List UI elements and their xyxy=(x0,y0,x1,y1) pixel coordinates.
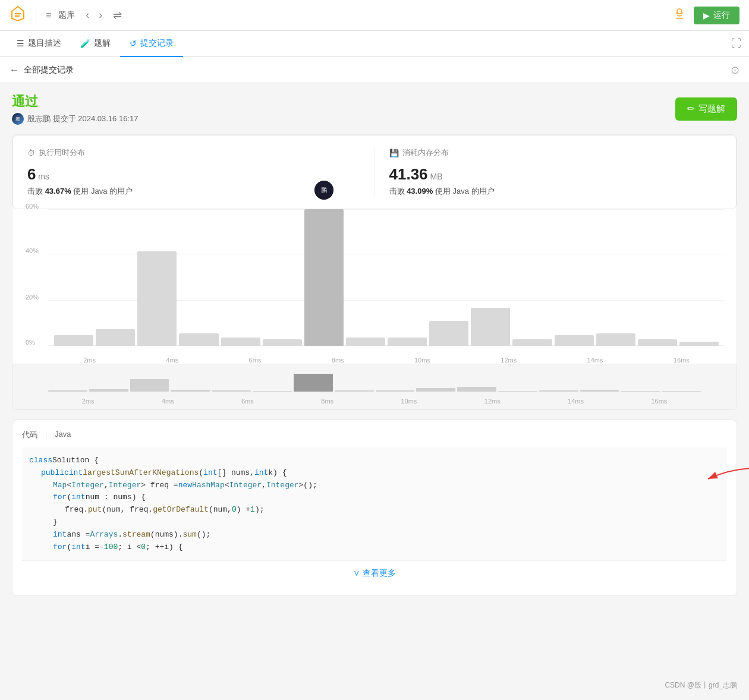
watermark: CSDN @殷丨grd_志鹏 xyxy=(665,680,737,690)
mini-chart xyxy=(12,364,737,396)
bar-12 xyxy=(555,335,594,346)
tab-bar: ☰ 题目描述 🧪 题解 ↺ 提交记录 ⛶ xyxy=(0,31,749,57)
tab-description[interactable]: ☰ 题目描述 xyxy=(7,31,71,57)
run-button[interactable]: ▶ 运行 xyxy=(694,7,739,24)
svg-point-2 xyxy=(681,12,683,14)
time-title: ⏱ 执行用时分布 xyxy=(27,147,360,158)
x-label-4: 10ms xyxy=(414,357,430,364)
time-value: 6 xyxy=(27,165,36,183)
mem-beat-text: 击败 43.09% 使用 Java 的用户 xyxy=(389,186,722,197)
mini-x-label-5: 12ms xyxy=(484,398,501,405)
mini-bar-10 xyxy=(457,387,496,392)
stats-row: ⏱ 执行用时分布 6 ms 击败 43.67% 使用 Java 的用户 💾 消耗… xyxy=(12,135,737,209)
bar-4 xyxy=(221,338,260,346)
memory-stats: 💾 消耗内存分布 41.36 MB 击败 43.09% 使用 Java 的用户 xyxy=(375,147,722,197)
mini-bar-7 xyxy=(335,390,374,392)
mini-x-label-2: 6ms xyxy=(241,398,254,405)
fullscreen-button[interactable]: ⛶ xyxy=(731,37,742,50)
bar-13 xyxy=(596,333,635,346)
bar-10 xyxy=(471,308,510,346)
mini-bar-6 xyxy=(294,374,333,392)
bar-15 xyxy=(679,342,719,346)
tab-submissions[interactable]: ↺ 提交记录 xyxy=(120,31,183,57)
bar-6: 鹏 xyxy=(304,209,344,346)
mini-bar-2 xyxy=(130,379,169,392)
code-block: class Solution { public int largestSumAf… xyxy=(22,447,727,560)
time-beat-text: 击败 43.67% 使用 Java 的用户 xyxy=(27,186,360,197)
bar-9 xyxy=(429,321,468,346)
bars-container: 鹏 xyxy=(48,209,725,346)
mem-value: 41.36 xyxy=(389,165,428,183)
mini-bar-12 xyxy=(539,390,578,392)
code-section: 代码 ｜ Java class Solution { public int la… xyxy=(12,420,737,596)
mini-bar-1 xyxy=(89,389,128,392)
mini-bar-8 xyxy=(376,390,415,392)
show-more-button[interactable]: ∨ 查看更多 xyxy=(22,560,727,586)
submission-info: 通过 鹏 殷志鹏 提交于 2024.03.16 16:17 xyxy=(12,93,138,125)
logo-icon[interactable] xyxy=(10,5,26,26)
chart-area: 60% 40% 20% 0% 鹏 2ms4ms6ms8ms10ms12ms14m… xyxy=(24,209,725,364)
mini-bar-11 xyxy=(498,391,537,392)
mem-unit: MB xyxy=(430,172,442,181)
next-problem-button[interactable]: › xyxy=(95,8,106,23)
write-solution-button[interactable]: ✏ 写题解 xyxy=(675,97,737,121)
svg-point-1 xyxy=(676,12,678,14)
lang-sep: ｜ xyxy=(42,430,50,440)
tab-solution[interactable]: 🧪 题解 xyxy=(71,31,120,57)
submission-header: 通过 鹏 殷志鹏 提交于 2024.03.16 16:17 ✏ 写题解 xyxy=(12,93,737,125)
mini-x-label-4: 10ms xyxy=(401,398,417,405)
bar-avatar: 鹏 xyxy=(313,179,335,201)
mem-icon: 💾 xyxy=(389,149,399,157)
code-line-1: class Solution { xyxy=(29,455,720,467)
shuffle-icon[interactable]: ⇌ xyxy=(113,9,122,22)
bar-3 xyxy=(179,333,218,346)
mini-x-label-6: 14ms xyxy=(568,398,584,405)
x-label-3: 8ms xyxy=(332,357,344,364)
mini-x-label-3: 8ms xyxy=(321,398,333,405)
x-label-6: 14ms xyxy=(587,357,603,364)
mini-bar-13 xyxy=(580,390,619,392)
time-unit: ms xyxy=(38,172,49,181)
code-line-2: public int largestSumAfterKNegations ( i… xyxy=(29,467,720,480)
bar-11 xyxy=(512,339,552,346)
nav-divider-1 xyxy=(36,8,36,23)
breadcrumb-label: 全部提交记录 xyxy=(24,65,74,75)
back-arrow-icon[interactable]: ← xyxy=(10,65,19,75)
avatar: 鹏 xyxy=(12,113,24,125)
mini-x-label-1: 4ms xyxy=(162,398,174,405)
run-icon: ▶ xyxy=(703,11,710,20)
x-label-0: 2ms xyxy=(83,357,96,364)
code-line-8: for ( int i = -100 ; i < 0 ; ++i) { xyxy=(29,541,720,554)
code-line-3: Map < Integer , Integer > freq = new Has… xyxy=(29,480,720,492)
bar-2 xyxy=(137,251,177,346)
submitter-info: 鹏 殷志鹏 提交于 2024.03.16 16:17 xyxy=(12,113,138,125)
x-axis: 2ms4ms6ms8ms10ms12ms14ms16ms xyxy=(48,357,725,364)
mini-bar-0 xyxy=(48,390,87,392)
bar-7 xyxy=(346,338,385,346)
submitter-text: 殷志鹏 提交于 2024.03.16 16:17 xyxy=(27,113,138,124)
mini-bar-14 xyxy=(621,391,660,392)
mini-x-label-0: 2ms xyxy=(82,398,95,405)
mini-bar-4 xyxy=(212,390,251,392)
chart-container: 60% 40% 20% 0% 鹏 2ms4ms6ms8ms10ms12ms14m… xyxy=(12,209,737,364)
x-label-1: 4ms xyxy=(166,357,178,364)
bar-1 xyxy=(96,329,135,346)
top-navigation: ≡ 题库 ‹ › ⇌ ▶ 运行 xyxy=(0,0,749,31)
prev-problem-button[interactable]: ‹ xyxy=(82,8,93,23)
problem-bank-label[interactable]: 题库 xyxy=(58,10,75,21)
code-line-7: int ans = Arrays . stream (nums). sum ()… xyxy=(29,529,720,541)
x-label-2: 6ms xyxy=(249,357,262,364)
code-line-6: } xyxy=(29,516,720,529)
status-badge: 通过 xyxy=(12,93,138,111)
bar-14 xyxy=(638,339,677,346)
mini-bar-9 xyxy=(416,388,455,392)
bar-5 xyxy=(263,339,302,346)
debug-button[interactable] xyxy=(672,7,687,24)
bar-8 xyxy=(388,338,427,346)
code-header: 代码 ｜ Java xyxy=(22,430,727,440)
code-line-4: for ( int num : nums) { xyxy=(29,491,720,504)
mini-bar-5 xyxy=(253,391,292,392)
mini-x-labels: 2ms4ms6ms8ms10ms12ms14ms16ms xyxy=(12,396,737,409)
solution-icon: 🧪 xyxy=(80,39,90,48)
stats-chart-card: ⏱ 执行用时分布 6 ms 击败 43.67% 使用 Java 的用户 💾 消耗… xyxy=(12,134,737,410)
